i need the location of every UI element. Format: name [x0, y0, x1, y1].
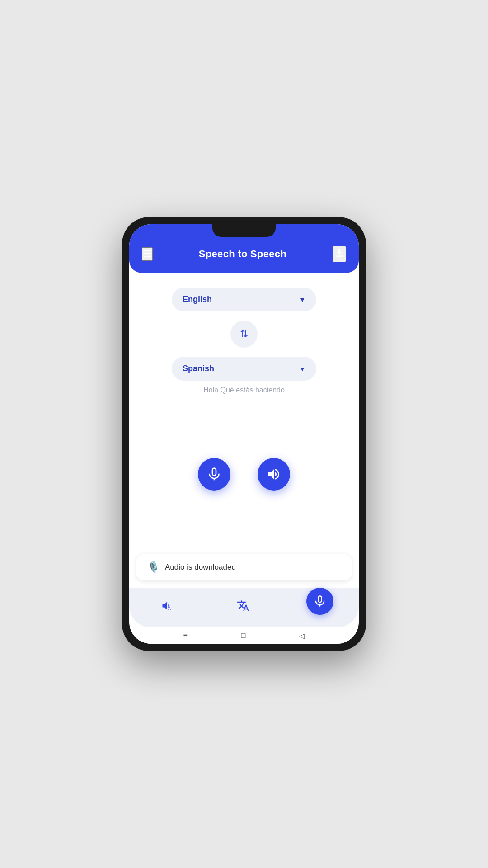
source-language-selector[interactable]: English ▼: [172, 288, 316, 311]
nav-tab-text-translate[interactable]: [230, 593, 256, 618]
phone-notch: [212, 224, 276, 237]
nav-tab-active-mic[interactable]: [306, 588, 333, 615]
microphone-button[interactable]: [198, 458, 230, 491]
svg-text:A: A: [168, 606, 171, 611]
translated-text: Hola Qué estás haciendo: [140, 386, 348, 394]
target-language-arrow: ▼: [299, 365, 305, 373]
android-home-button[interactable]: □: [241, 632, 246, 640]
target-language-label: Spanish: [183, 364, 214, 373]
nav-tabs: A: [129, 593, 359, 618]
speaker-button[interactable]: [258, 458, 290, 491]
download-button[interactable]: [333, 246, 346, 262]
android-back-button[interactable]: ◁: [299, 632, 305, 640]
swap-languages-button[interactable]: ⇅: [230, 321, 258, 348]
phone-screen: ☰ Speech to Speech English ▼ ⇅ Span: [129, 224, 359, 644]
source-language-label: English: [183, 295, 212, 304]
target-language-selector[interactable]: Spanish ▼: [172, 357, 316, 381]
android-navigation-bar: ≡ □ ◁: [129, 627, 359, 644]
nav-tab-audio-translate[interactable]: A: [155, 593, 180, 618]
swap-icon: ⇅: [240, 328, 248, 340]
action-buttons-area: [140, 394, 348, 554]
main-content: English ▼ ⇅ Spanish ▼ Hola Qué estás hac…: [129, 273, 359, 554]
audio-mic-icon: 🎙️: [147, 561, 160, 573]
bottom-navigation: A: [129, 588, 359, 627]
header-title: Speech to Speech: [199, 248, 286, 260]
source-language-arrow: ▼: [299, 296, 305, 303]
audio-downloaded-text: Audio is downloaded: [165, 563, 236, 572]
phone-device: ☰ Speech to Speech English ▼ ⇅ Span: [122, 217, 366, 651]
audio-downloaded-banner: 🎙️ Audio is downloaded: [136, 554, 352, 580]
menu-button[interactable]: ☰: [142, 247, 153, 261]
android-menu-button[interactable]: ≡: [183, 632, 187, 640]
